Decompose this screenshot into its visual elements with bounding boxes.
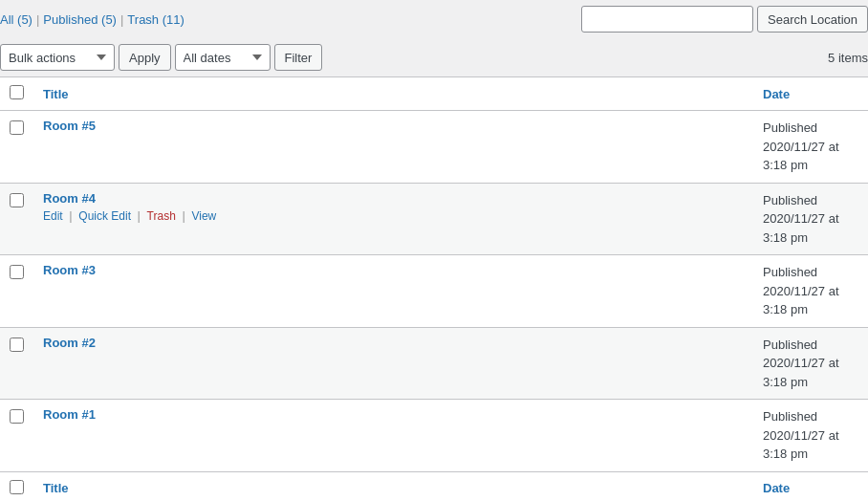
filter-trash-link[interactable]: Trash (11): [127, 12, 184, 27]
row-title-link[interactable]: Room #3: [43, 263, 96, 277]
row-checkbox-cell: [0, 327, 33, 400]
row-checkbox[interactable]: [10, 120, 24, 135]
filter-button[interactable]: Filter: [274, 44, 323, 71]
action-bar: Bulk actions Apply All dates Filter 5 it…: [0, 38, 868, 76]
row-checkbox[interactable]: [10, 193, 24, 207]
filter-all-link[interactable]: All (5): [0, 12, 33, 27]
row-date-status: Published: [763, 409, 817, 424]
col-title-footer: Title: [33, 471, 753, 501]
row-title-link[interactable]: Room #2: [43, 336, 96, 350]
row-title-link[interactable]: Room #5: [43, 119, 96, 133]
col-title-header[interactable]: Title: [33, 77, 753, 111]
row-checkbox-cell: [0, 183, 33, 255]
row-date-cell: Published 2020/11/27 at 3:18 pm: [753, 400, 868, 472]
row-date-value: 2020/11/27 at 3:18 pm: [763, 356, 839, 389]
row-date-status: Published: [763, 120, 817, 135]
row-date-value: 2020/11/27 at 3:18 pm: [763, 140, 839, 173]
table-row: Room #3 Edit | Quick Edit | Trash | View…: [0, 255, 868, 328]
row-title-cell: Room #3 Edit | Quick Edit | Trash | View: [33, 255, 753, 328]
row-checkbox-cell: [0, 111, 33, 184]
select-all-checkbox[interactable]: [10, 85, 24, 99]
action-separator: |: [179, 208, 189, 223]
dates-filter-select[interactable]: All dates: [175, 44, 271, 71]
row-title-cell: Room #2 Edit | Quick Edit | Trash | View: [33, 327, 753, 400]
row-checkbox[interactable]: [10, 338, 24, 352]
table-row: Room #2 Edit | Quick Edit | Trash | View…: [0, 327, 868, 400]
items-count: 5 items: [828, 51, 868, 65]
table-row: Room #1 Edit | Quick Edit | Trash | View…: [0, 400, 868, 472]
select-all-header[interactable]: [0, 77, 33, 111]
separator-1: |: [36, 12, 39, 27]
action-separator: |: [134, 208, 144, 223]
row-date-value: 2020/11/27 at 3:18 pm: [763, 284, 839, 317]
row-title-cell: Room #5 Edit | Quick Edit | Trash | View: [33, 111, 753, 184]
row-action-link[interactable]: View: [191, 209, 216, 223]
row-date-value: 2020/11/27 at 3:18 pm: [763, 211, 839, 245]
row-title-link[interactable]: Room #1: [43, 407, 96, 422]
select-all-footer-checkbox[interactable]: [10, 480, 24, 494]
row-action-link[interactable]: Edit: [43, 209, 63, 223]
row-checkbox-cell: [0, 400, 33, 472]
items-table: Title Date Room #5 Edit | Quick Edit | T…: [0, 76, 868, 501]
col-date-footer: Date: [753, 471, 868, 501]
search-location-button[interactable]: Search Location: [757, 6, 868, 33]
row-title-cell: Room #1 Edit | Quick Edit | Trash | View: [33, 400, 753, 472]
row-checkbox[interactable]: [10, 265, 24, 279]
search-input[interactable]: [581, 6, 753, 33]
row-date-status: Published: [763, 338, 817, 352]
action-separator: |: [66, 208, 76, 223]
row-title-cell: Room #4 Edit | Quick Edit | Trash | View: [33, 183, 753, 255]
bulk-actions-select[interactable]: Bulk actions: [0, 44, 115, 71]
col-date-header[interactable]: Date: [753, 77, 868, 111]
row-date-cell: Published 2020/11/27 at 3:18 pm: [753, 111, 868, 184]
table-row: Room #4 Edit | Quick Edit | Trash | View…: [0, 183, 868, 255]
separator-2: |: [120, 12, 123, 27]
row-date-value: 2020/11/27 at 3:18 pm: [763, 428, 839, 462]
row-actions: Edit | Quick Edit | Trash | View: [43, 208, 744, 223]
row-checkbox[interactable]: [10, 409, 24, 424]
row-date-status: Published: [763, 265, 817, 279]
table-header-row: Title Date: [0, 77, 868, 111]
apply-button[interactable]: Apply: [119, 44, 171, 71]
row-date-cell: Published 2020/11/27 at 3:18 pm: [753, 183, 868, 255]
table-footer-row: Title Date: [0, 471, 868, 501]
row-title-link[interactable]: Room #4: [43, 191, 96, 206]
filter-links: All (5) | Published (5) | Trash (11): [0, 12, 184, 27]
row-date-status: Published: [763, 193, 817, 207]
row-date-cell: Published 2020/11/27 at 3:18 pm: [753, 255, 868, 328]
row-date-cell: Published 2020/11/27 at 3:18 pm: [753, 327, 868, 400]
search-area: Search Location: [581, 6, 868, 33]
select-all-footer[interactable]: [0, 471, 33, 501]
table-row: Room #5 Edit | Quick Edit | Trash | View…: [0, 111, 868, 184]
action-bar-left: Bulk actions Apply All dates Filter: [0, 44, 322, 71]
filter-published-link[interactable]: Published (5): [43, 12, 117, 27]
row-trash-link[interactable]: Trash: [147, 209, 176, 223]
row-action-link[interactable]: Quick Edit: [78, 209, 131, 223]
row-checkbox-cell: [0, 255, 33, 328]
